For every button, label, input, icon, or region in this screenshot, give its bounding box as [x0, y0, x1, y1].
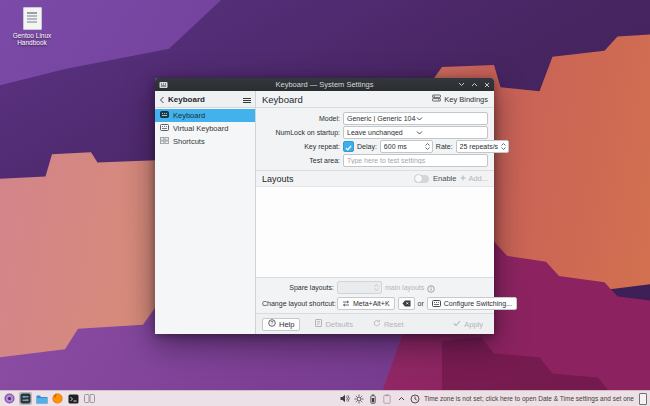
- clipboard-icon[interactable]: [382, 393, 393, 405]
- layout-shortcut-value: Meta+Alt+K: [353, 300, 390, 307]
- numlock-select[interactable]: Leave unchanged: [343, 126, 488, 139]
- key-repeat-label: Key repeat:: [262, 143, 340, 150]
- apply-label: Apply: [464, 320, 483, 329]
- expand-tray-icon[interactable]: [396, 393, 407, 405]
- numlock-value: Leave unchanged: [347, 129, 416, 136]
- layout-shortcut-row: Change layout shortcut: Meta+Alt+K: [262, 297, 488, 310]
- clock-icon[interactable]: [410, 393, 421, 405]
- key-bindings-icon: [432, 94, 441, 104]
- virtual-keyboard-icon: [160, 124, 169, 133]
- sidebar-item-keyboard[interactable]: Keyboard: [155, 109, 255, 122]
- svg-text:?: ?: [271, 320, 274, 326]
- main-header: Keyboard Key Bindings: [256, 91, 494, 108]
- spare-layouts-row: Spare layouts: main layouts: [262, 281, 488, 294]
- sidebar: Keyboard Keyboard: [155, 91, 256, 334]
- hamburger-menu-icon[interactable]: [243, 90, 251, 108]
- layouts-enable-toggle[interactable]: [414, 175, 429, 183]
- terminal-icon[interactable]: [67, 392, 80, 405]
- key-bindings-button[interactable]: Key Bindings: [432, 94, 488, 104]
- system-settings-task-icon[interactable]: [19, 392, 32, 405]
- sidebar-item-label: Virtual Keyboard: [173, 124, 228, 133]
- desktop-icon-gentoo-handbook[interactable]: Gentoo Linux Handbook: [10, 7, 54, 46]
- reset-icon: [373, 319, 381, 329]
- spin-arrows: [372, 284, 381, 291]
- battery-icon[interactable]: [368, 393, 379, 405]
- desktop: Gentoo Linux Handbook Keyboard — System …: [0, 0, 650, 406]
- backspace-icon: [402, 300, 411, 308]
- minimize-icon[interactable]: [458, 82, 465, 87]
- numlock-label: NumLock on startup:: [262, 129, 340, 136]
- show-desktop-icon[interactable]: [639, 393, 647, 405]
- layouts-title: Layouts: [262, 174, 410, 184]
- window-titlebar[interactable]: Keyboard — System Settings: [155, 78, 494, 91]
- clear-shortcut-button[interactable]: [398, 297, 415, 310]
- maximize-icon[interactable]: [471, 82, 478, 87]
- keyboard-form: Model: Generic | Generic 104-key PC NumL…: [256, 108, 494, 170]
- configure-switching-button[interactable]: Configure Switching...: [427, 297, 517, 310]
- delay-label: Delay:: [357, 143, 377, 150]
- model-row: Model: Generic | Generic 104-key PC: [262, 112, 488, 124]
- volume-icon[interactable]: [340, 393, 351, 405]
- test-area-label: Test area:: [262, 157, 340, 164]
- configure-switching-label: Configure Switching...: [444, 300, 512, 307]
- numlock-row: NumLock on startup: Leave unchanged: [262, 126, 488, 138]
- defaults-button[interactable]: Defaults: [310, 318, 358, 331]
- key-bindings-label: Key Bindings: [444, 95, 488, 104]
- info-icon[interactable]: [427, 279, 435, 297]
- sidebar-list: Keyboard Virtual Keyboard Shortcuts: [155, 108, 255, 148]
- dropdown-chevron-icon: [416, 115, 485, 122]
- defaults-label: Defaults: [325, 320, 353, 329]
- defaults-icon: [315, 319, 322, 329]
- sidebar-item-shortcuts[interactable]: Shortcuts: [155, 135, 255, 148]
- checkbox-check-icon: [345, 137, 352, 155]
- model-value: Generic | Generic 104-key PC: [347, 115, 416, 122]
- help-button[interactable]: ? Help: [262, 318, 300, 331]
- close-icon[interactable]: [484, 82, 490, 88]
- sidebar-item-label: Keyboard: [173, 111, 205, 120]
- window-title: Keyboard — System Settings: [155, 80, 494, 89]
- rate-label: Rate:: [436, 143, 453, 150]
- window-keyboard-icon: [159, 81, 168, 89]
- or-label: or: [418, 300, 424, 307]
- delay-spinbox[interactable]: 600 ms: [380, 140, 433, 153]
- brightness-icon[interactable]: [354, 393, 365, 405]
- layouts-controls: Spare layouts: main layouts: [256, 277, 494, 313]
- apply-check-icon: [453, 320, 461, 329]
- firefox-icon[interactable]: [51, 392, 64, 405]
- app-launcher-icon[interactable]: [3, 392, 16, 405]
- file-manager-icon[interactable]: [35, 392, 48, 405]
- key-repeat-row: Key repeat: Delay: 600 ms: [262, 140, 488, 152]
- test-area-row: Test area:: [262, 154, 488, 166]
- shortcut-swap-icon: [342, 300, 350, 308]
- window-footer: ? Help Defaults Reset: [256, 313, 494, 334]
- rate-value: 25 repeats/s: [460, 143, 499, 150]
- model-select[interactable]: Generic | Generic 104-key PC: [343, 112, 488, 125]
- apply-button[interactable]: Apply: [448, 318, 488, 331]
- spare-layouts-suffix: main layouts: [385, 284, 424, 291]
- pager-icon[interactable]: [83, 392, 96, 405]
- back-chevron-icon[interactable]: [159, 90, 165, 108]
- configure-keyboard-icon: [432, 300, 441, 308]
- key-repeat-checkbox[interactable]: [343, 141, 354, 152]
- add-plus-icon: [460, 174, 466, 183]
- layouts-list-empty[interactable]: [256, 186, 494, 277]
- page-title: Keyboard: [262, 94, 432, 105]
- shortcuts-icon: [160, 137, 169, 146]
- rate-spinbox[interactable]: 25 repeats/s: [456, 140, 509, 153]
- layout-shortcut-button[interactable]: Meta+Alt+K: [337, 297, 395, 310]
- test-area-input[interactable]: [343, 154, 488, 167]
- spin-arrows[interactable]: [499, 143, 508, 150]
- spare-layouts-spinbox[interactable]: [337, 281, 382, 294]
- sidebar-item-label: Shortcuts: [173, 137, 205, 146]
- desktop-icon-label: Gentoo Linux Handbook: [10, 32, 54, 46]
- reset-button[interactable]: Reset: [368, 318, 409, 331]
- delay-value: 600 ms: [384, 143, 423, 150]
- spin-arrows[interactable]: [423, 143, 432, 150]
- spare-layouts-label: Spare layouts:: [262, 284, 334, 291]
- system-settings-window: Keyboard — System Settings: [155, 78, 494, 334]
- layouts-header: Layouts Enable Add...: [256, 170, 494, 186]
- add-layout-button[interactable]: Add...: [460, 174, 488, 183]
- sidebar-header: Keyboard: [155, 91, 255, 108]
- sidebar-item-virtual-keyboard[interactable]: Virtual Keyboard: [155, 122, 255, 135]
- timezone-notification-text[interactable]: Time zone is not set; click here to open…: [424, 395, 634, 402]
